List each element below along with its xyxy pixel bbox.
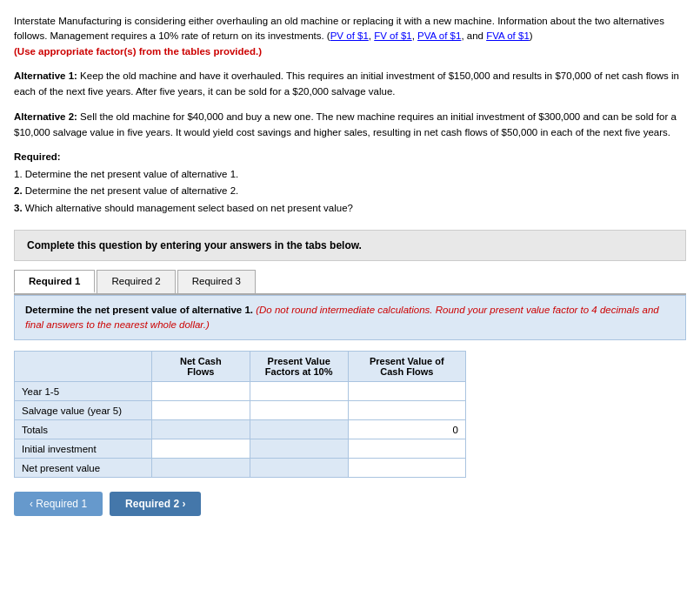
next-arrow-icon: › — [182, 498, 185, 510]
col-header-pv-cash: Present Value ofCash Flows — [348, 352, 465, 382]
npv-table: Net CashFlows Present ValueFactors at 10… — [14, 351, 466, 478]
table-row: Net present value — [15, 459, 466, 478]
pv-factor-salvage-input[interactable] — [257, 406, 341, 416]
npv-net-cash-disabled — [151, 459, 250, 478]
alt2-label: Alternative 2: — [14, 111, 77, 122]
row-label-initial: Initial investment — [15, 439, 152, 459]
pva-link[interactable]: PVA of $1 — [417, 30, 461, 41]
prev-button[interactable]: ‹ Required 1 — [14, 492, 103, 516]
pv-factor-year1-5-input[interactable] — [257, 386, 341, 397]
row-label-year1-5: Year 1-5 — [15, 382, 152, 401]
alt1-label: Alternative 1: — [14, 70, 77, 81]
fv-link[interactable]: FV of $1 — [374, 30, 411, 41]
net-cash-year1-5-input[interactable] — [159, 386, 243, 397]
input-pv-cash-year1-5[interactable] — [348, 382, 465, 401]
input-pv-factor-salvage[interactable] — [250, 401, 348, 420]
totals-pv-factor-disabled — [250, 420, 348, 439]
input-pv-cash-npv[interactable] — [348, 459, 465, 478]
input-pv-cash-salvage[interactable] — [348, 401, 465, 420]
pv-cash-initial-input[interactable] — [356, 444, 458, 454]
complete-box-text: Complete this question by entering your … — [27, 239, 362, 251]
tabs-row: Required 1 Required 2 Required 3 — [14, 270, 686, 295]
prev-label: Required 1 — [36, 498, 87, 510]
col-header-pv-factor: Present ValueFactors at 10% — [250, 352, 348, 382]
use-factors-label: (Use appropriate factor(s) from the tabl… — [14, 46, 262, 57]
row-label-salvage: Salvage value (year 5) — [15, 401, 152, 420]
tab-required-1[interactable]: Required 1 — [14, 270, 95, 293]
alt2-text: Sell the old machine for $40,000 and buy… — [14, 111, 677, 137]
input-pv-factor-year1-5[interactable] — [250, 382, 348, 401]
pv-cash-year1-5-input[interactable] — [356, 386, 458, 397]
input-pv-cash-initial[interactable] — [348, 439, 465, 459]
required-item-3: 3. Which alternative should management s… — [14, 200, 686, 218]
next-label: Required 2 — [125, 498, 182, 510]
pv-link[interactable]: PV of $1 — [330, 30, 369, 41]
next-button[interactable]: Required 2 › — [110, 492, 201, 516]
net-cash-initial-input[interactable] — [159, 444, 243, 454]
prev-arrow-icon: ‹ — [30, 498, 33, 510]
complete-box: Complete this question by entering your … — [14, 230, 686, 261]
row-label-npv: Net present value — [15, 459, 152, 478]
col-header-net-cash: Net CashFlows — [151, 352, 250, 382]
intro-paragraph: Interstate Manufacturing is considering … — [14, 14, 686, 59]
col-header-label — [15, 352, 152, 382]
required-header: Required: — [14, 149, 686, 166]
input-net-cash-initial[interactable] — [151, 439, 250, 459]
totals-net-cash-disabled — [151, 420, 250, 439]
instruction-box: Determine the net present value of alter… — [14, 295, 686, 341]
npv-pv-factor-disabled — [250, 459, 348, 478]
alt1-text: Keep the old machine and have it overhau… — [14, 70, 679, 97]
tab-required-3[interactable]: Required 3 — [177, 270, 256, 293]
nav-buttons: ‹ Required 1 Required 2 › — [14, 492, 686, 516]
alt2-section: Alternative 2: Sell the old machine for … — [14, 109, 686, 141]
table-row: Totals 0 — [15, 420, 466, 439]
totals-pv-cash-value: 0 — [348, 420, 465, 439]
table-wrapper: Net CashFlows Present ValueFactors at 10… — [14, 351, 686, 478]
input-net-cash-year1-5[interactable] — [151, 382, 250, 401]
fva-link[interactable]: FVA of $1 — [486, 30, 530, 41]
required-item-1: 1. Determine the net present value of al… — [14, 166, 686, 184]
required-section: Required: 1. Determine the net present v… — [14, 149, 686, 217]
row-label-totals: Totals — [15, 420, 152, 439]
tab-required-2[interactable]: Required 2 — [97, 270, 175, 293]
table-row: Year 1-5 — [15, 382, 466, 401]
table-row: Salvage value (year 5) — [15, 401, 466, 420]
input-net-cash-salvage[interactable] — [151, 401, 250, 420]
initial-pv-factor-disabled — [250, 439, 348, 459]
table-row: Initial investment — [15, 439, 466, 459]
required-item-2: 2. Determine the net present value of al… — [14, 183, 686, 200]
net-cash-salvage-input[interactable] — [159, 406, 243, 416]
instruction-bold: Determine the net present value of alter… — [25, 305, 253, 315]
alt1-section: Alternative 1: Keep the old machine and … — [14, 68, 686, 100]
pv-cash-npv-input[interactable] — [356, 463, 458, 473]
pv-cash-salvage-input[interactable] — [356, 406, 458, 416]
